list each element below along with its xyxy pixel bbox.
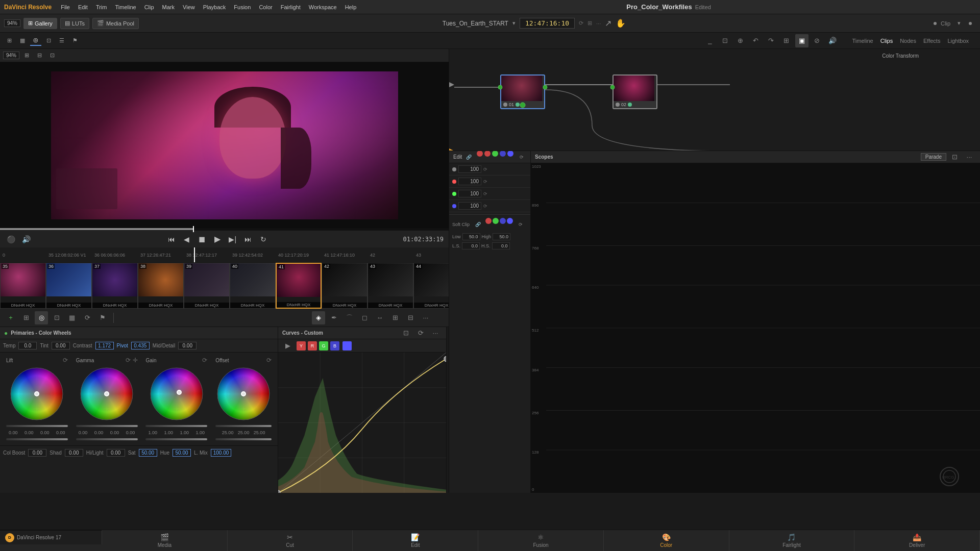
scopes-expand-btn[interactable]: ⊡	[948, 151, 961, 164]
color-wheel-btn[interactable]: ◎	[35, 311, 48, 324]
gamma-reset-icon[interactable]: ⟳	[126, 357, 131, 364]
go-end-btn[interactable]: ⏭	[242, 234, 254, 245]
menu-view[interactable]: View	[180, 3, 198, 11]
edit-value-white[interactable]	[458, 165, 481, 173]
gain-slider[interactable]	[145, 425, 207, 427]
timeline-tab[interactable]: Timeline	[849, 37, 876, 45]
hue-value[interactable]: 50.00	[173, 449, 191, 457]
hs-value[interactable]	[492, 242, 510, 249]
lift-reset-icon[interactable]: ⟳	[63, 357, 68, 364]
nav-fairlight[interactable]: 🎵 Fairlight	[729, 530, 855, 551]
menu-fusion[interactable]: Fusion	[231, 3, 254, 11]
gain-wheel-canvas[interactable]	[149, 366, 205, 422]
clip-40[interactable]: 40 DNxHR HQX	[230, 263, 276, 309]
clip-44[interactable]: 44 DNxHR HQX	[413, 263, 449, 309]
clip-42[interactable]: 42 DNxHR HQX	[322, 263, 368, 309]
l-mix-value[interactable]: 100.00	[211, 449, 232, 457]
lift-slider[interactable]	[6, 425, 68, 427]
panel-btn-thumb[interactable]: ⊡	[43, 36, 54, 45]
lightbox-tab[interactable]: Lightbox	[944, 37, 972, 45]
viewer-options-icon[interactable]: ⊞	[587, 20, 592, 27]
clip-43[interactable]: 43 DNxHR HQX	[368, 263, 413, 309]
curves-hl-btn[interactable]	[342, 341, 352, 350]
lift-slider-2[interactable]	[6, 438, 68, 440]
node-02[interactable]: 02	[612, 74, 657, 109]
top-icon-6[interactable]: ⊞	[780, 34, 793, 47]
curves-node-btn[interactable]: ◈	[312, 311, 325, 324]
reset-btn[interactable]: ⟳	[81, 311, 94, 324]
curves-b-btn[interactable]: B	[330, 341, 339, 350]
pivot-value[interactable]: 0.435	[131, 342, 150, 349]
soft-clip-g[interactable]	[493, 218, 499, 224]
luts-button[interactable]: ▤ LUTs	[60, 18, 89, 29]
nav-color[interactable]: 🎨 Color	[604, 530, 729, 551]
flag-btn[interactable]: ⚑	[96, 311, 109, 324]
edit-reset-green[interactable]: ⟳	[483, 191, 487, 196]
curves-grid-btn[interactable]: ⊟	[404, 311, 417, 324]
top-icon-5[interactable]: ↷	[765, 34, 778, 47]
menu-trim[interactable]: Trim	[93, 3, 110, 11]
temp-value[interactable]: 0.0	[18, 342, 37, 349]
curves-zoom-btn[interactable]: ⊞	[388, 311, 402, 324]
ls-value[interactable]	[462, 242, 480, 249]
soft-clip-b[interactable]	[500, 218, 506, 224]
edit-link-btn[interactable]: 🔗	[462, 151, 475, 164]
viewer-tool-1[interactable]: ⊞	[21, 51, 32, 60]
offset-slider[interactable]	[215, 425, 272, 427]
panel-btn-flags[interactable]: ⚑	[69, 36, 81, 45]
hi-light-value[interactable]: 0.00	[107, 449, 125, 457]
curves-expand-btn[interactable]: ⊡	[399, 327, 412, 340]
viewer-tool-3[interactable]: ⊡	[47, 51, 58, 60]
edit-hl-dot[interactable]	[507, 151, 513, 157]
offset-slider-2[interactable]	[215, 438, 272, 440]
top-icon-3[interactable]: ⊕	[734, 34, 747, 47]
curves-pen-btn[interactable]: ✒	[327, 311, 340, 324]
gamma-slider-2[interactable]	[76, 438, 138, 440]
prev-frame-btn[interactable]: ◀	[181, 234, 192, 245]
gain-reset-icon[interactable]: ⟳	[202, 357, 207, 364]
edit-y-dot[interactable]	[477, 151, 483, 157]
grid-view-btn[interactable]: ⊞	[19, 311, 33, 324]
panel-btn-viewer[interactable]: ◎	[30, 35, 41, 46]
clips-tab[interactable]: Clips	[877, 37, 896, 45]
gamma-cross-icon[interactable]: ✛	[133, 357, 138, 364]
curves-reset-btn[interactable]: ⟳	[414, 327, 427, 340]
stop-btn[interactable]: ◼	[197, 234, 208, 245]
nav-edit[interactable]: 📝 Edit	[353, 530, 478, 551]
menu-mark[interactable]: Mark	[159, 3, 178, 11]
edit-reset-blue[interactable]: ⟳	[483, 204, 487, 209]
zoom-display[interactable]: 94%	[4, 19, 20, 27]
offset-reset-icon[interactable]: ⟳	[266, 357, 272, 364]
edit-reset-red[interactable]: ⟳	[483, 179, 487, 184]
clip-label[interactable]: Clip	[938, 19, 953, 28]
edit-value-red[interactable]	[458, 178, 481, 185]
panel-btn-film[interactable]: ▦	[17, 36, 28, 45]
next-frame-btn[interactable]: ▶|	[227, 234, 238, 245]
top-icon-1[interactable]: ⎯	[703, 34, 717, 47]
menu-edit[interactable]: Edit	[75, 3, 91, 11]
media-pool-button[interactable]: 🎬 Media Pool	[92, 18, 139, 29]
curves-r-btn[interactable]: R	[308, 341, 317, 350]
add-btn[interactable]: +	[4, 311, 17, 324]
scopes-more-btn[interactable]: ···	[963, 151, 976, 164]
clip-37[interactable]: 37 DNxHR HQX	[92, 263, 138, 309]
menu-fairlight[interactable]: Fairlight	[278, 3, 304, 11]
soft-clip-link[interactable]: 🔗	[471, 218, 484, 231]
clip-dropdown-icon[interactable]: ▾	[512, 20, 516, 27]
soft-clip-r[interactable]	[485, 218, 492, 224]
curves-smooth-btn[interactable]: ⌒	[342, 311, 356, 324]
curves-g-btn[interactable]: G	[319, 341, 328, 350]
gallery-button[interactable]: ⊞ Gallery	[23, 18, 57, 29]
top-icon-2[interactable]: ⊡	[719, 34, 732, 47]
top-icon-4[interactable]: ↶	[749, 34, 763, 47]
offset-wheel-canvas[interactable]	[215, 366, 272, 422]
top-icon-9[interactable]: 🔊	[826, 34, 839, 47]
audio-btn[interactable]: 🔊	[20, 234, 32, 245]
low-value[interactable]	[462, 233, 480, 240]
curves-more-btn[interactable]: ···	[429, 327, 442, 340]
viewer-tool-2[interactable]: ⊟	[34, 51, 45, 60]
top-icon-8[interactable]: ⊘	[811, 34, 824, 47]
clip-name[interactable]: Tues_On_Earth_START	[443, 20, 508, 27]
clip-39[interactable]: 39 DNxHR HQX	[184, 263, 230, 309]
lift-wheel[interactable]	[9, 366, 65, 422]
